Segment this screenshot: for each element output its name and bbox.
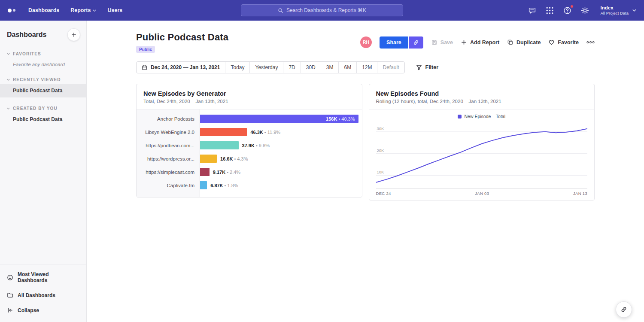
bar-row: https://wordpress.or...16.6K • 4.3% (137, 152, 362, 165)
save-icon (431, 39, 437, 46)
search-input[interactable]: Search Dashboards & Reports ⌘K (241, 4, 403, 16)
collapse-sidebar-button[interactable]: Collapse (0, 303, 86, 318)
duplicate-label: Duplicate (516, 39, 541, 46)
nav-users[interactable]: Users (107, 7, 122, 13)
ellipsis-icon (586, 41, 595, 44)
app-window: Dashboards Reports Users Search Dashboar… (0, 0, 644, 322)
project-name: Index (601, 5, 629, 11)
bar-segment[interactable] (200, 128, 247, 136)
bar-value-label: 46.3K • 11.9% (250, 130, 280, 135)
duplicate-button[interactable]: Duplicate (507, 39, 541, 46)
search-icon (278, 8, 283, 13)
more-options-button[interactable] (586, 41, 595, 44)
share-split-button: Share (380, 36, 423, 49)
chart-subtitle: Total, Dec 24th, 2020 – Jan 13th, 2021 (143, 99, 355, 104)
share-link-fab[interactable] (616, 301, 632, 318)
bar-category-label: Libsyn WebEngine 2.0 (137, 130, 200, 135)
bar-chart-body: Anchor Podcasts156K • 40.3%Libsyn WebEng… (137, 109, 362, 197)
bar-track: 46.3K • 11.9% (200, 125, 362, 139)
add-report-button[interactable]: Add Report (461, 39, 499, 46)
x-tick-label: JAN 13 (573, 191, 587, 196)
nav-dashboards-label: Dashboards (28, 7, 59, 13)
gear-icon (580, 6, 589, 15)
feedback-button[interactable] (528, 6, 537, 15)
most-viewed-dashboards-button[interactable]: Most Viewed Dashboards (0, 267, 86, 288)
header-actions: RH Share Save Ad (360, 36, 595, 49)
section-header-recently-viewed[interactable]: RECENTLY VIEWED (0, 76, 86, 84)
sidebar-item-public-podcast-data[interactable]: Public Podcast Data (0, 84, 86, 97)
line-series[interactable] (376, 129, 588, 182)
project-selector[interactable]: Index All Project Data (601, 5, 636, 16)
bar-category-label: https://wordpress.or... (137, 156, 200, 161)
bar-card-header: New Episodes by Generator Total, Dec 24t… (137, 84, 362, 109)
bar-value-label: 37.9K • 9.8% (242, 143, 270, 148)
calendar-icon (142, 65, 147, 70)
heart-icon (548, 39, 555, 46)
notification-dot (570, 5, 574, 8)
bar-segment[interactable] (200, 181, 207, 189)
bar-chart-card: New Episodes by Generator Total, Dec 24t… (136, 84, 362, 197)
filter-label: Filter (425, 64, 439, 70)
footer-item-label: All Dashboards (18, 292, 55, 298)
footer-item-label: Most Viewed Dashboards (18, 271, 79, 283)
bar-value-label: 6.87K • 1.8% (210, 183, 238, 188)
sidebar-section-created: CREATED BY YOU Public Podcast Data (0, 104, 86, 126)
share-link-button[interactable] (409, 36, 423, 49)
line-chart-card: New Episodes Found Rolling (12 hours), t… (369, 84, 595, 200)
nav-users-label: Users (107, 7, 122, 13)
section-header-favorites[interactable]: FAVORITES (0, 50, 86, 58)
bar-value-label: 156K • 40.3% (326, 116, 355, 122)
bar-track: 37.9K • 9.8% (200, 139, 362, 152)
date-preset-6m[interactable]: 6M (339, 62, 357, 73)
app-logo-icon (8, 9, 15, 12)
bar-track: 6.87K • 1.8% (200, 179, 362, 192)
date-preset-group: Dec 24, 2020 — Jan 13, 2021 TodayYesterd… (136, 61, 405, 73)
all-dashboards-button[interactable]: All Dashboards (0, 288, 86, 303)
sidebar-section-favorites: FAVORITES Favorite any dashboard (0, 50, 86, 69)
date-preset-default[interactable]: Default (377, 62, 404, 73)
bar-segment[interactable] (200, 168, 210, 176)
x-tick-label: JAN 03 (475, 191, 489, 196)
nav-dashboards[interactable]: Dashboards (28, 7, 59, 13)
bar-category-label: Anchor Podcasts (137, 116, 200, 122)
bar-category-label: https://podbean.com... (137, 143, 200, 148)
save-button[interactable]: Save (431, 39, 453, 46)
plus-icon (71, 32, 76, 37)
main-content: Public Podcast Data Public RH Share (87, 21, 644, 322)
date-preset-today[interactable]: Today (225, 62, 250, 73)
chevron-down-icon (93, 9, 96, 12)
chevron-down-icon (7, 79, 10, 81)
date-range-button[interactable]: Dec 24, 2020 — Jan 13, 2021 (137, 62, 225, 73)
title-block: Public Podcast Data Public (136, 32, 228, 53)
line-plot-svg (376, 124, 588, 188)
sidebar-section-recent: RECENTLY VIEWED Public Podcast Data (0, 76, 86, 97)
date-preset-3m[interactable]: 3M (321, 62, 339, 73)
sidebar-item-public-podcast-data-2[interactable]: Public Podcast Data (0, 112, 86, 126)
help-button[interactable] (563, 6, 572, 15)
settings-button[interactable] (580, 6, 589, 15)
date-preset-yesterday[interactable]: Yesterday (250, 62, 283, 73)
link-icon (413, 39, 419, 46)
speech-bubble-icon (528, 6, 537, 15)
section-header-created-by-you[interactable]: CREATED BY YOU (0, 104, 86, 112)
bar-segment[interactable] (200, 141, 239, 149)
date-preset-30d[interactable]: 30D (301, 62, 321, 73)
line-plot: 30K20K10K (376, 124, 588, 188)
chart-subtitle: Rolling (12 hours), total, Dec 24th, 202… (376, 99, 588, 104)
line-chart-body: New Episode – Total 30K20K10K DEC 24JAN … (369, 109, 595, 200)
avatar[interactable]: RH (360, 36, 372, 48)
favorite-button[interactable]: Favorite (548, 39, 579, 46)
page-header: Public Podcast Data Public RH Share (136, 32, 595, 53)
favorite-label: Favorite (558, 39, 579, 46)
bar-row: Libsyn WebEngine 2.046.3K • 11.9% (137, 125, 362, 139)
date-preset-7d[interactable]: 7D (283, 62, 301, 73)
bar-segment[interactable] (200, 155, 217, 163)
apps-grid-button[interactable] (545, 6, 554, 15)
x-tick-label: DEC 24 (376, 191, 391, 196)
nav-reports[interactable]: Reports (70, 7, 96, 13)
filter-button[interactable]: Filter (416, 64, 439, 70)
date-preset-12m[interactable]: 12M (357, 62, 377, 73)
share-button[interactable]: Share (380, 36, 408, 49)
add-dashboard-button[interactable] (67, 28, 80, 41)
section-label: RECENTLY VIEWED (13, 77, 61, 82)
